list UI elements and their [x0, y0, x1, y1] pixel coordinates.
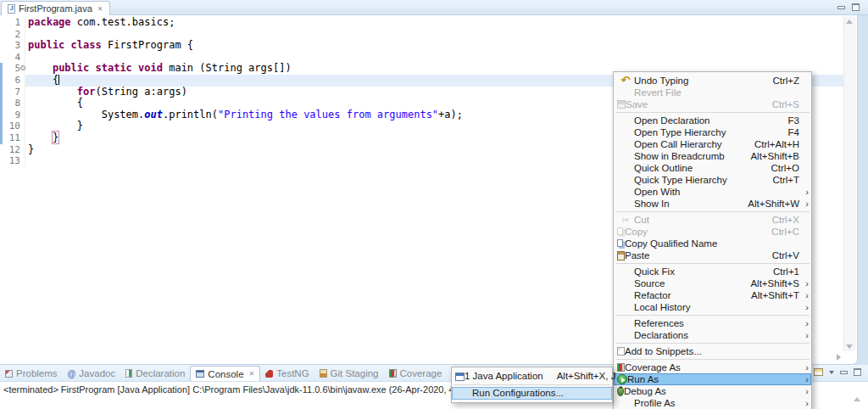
code-line-3[interactable]: 3public class FirstProgram { [0, 40, 843, 52]
code-segment: public static void [53, 62, 163, 74]
save-icon [617, 100, 626, 109]
menu-item-label: Declarations [634, 329, 786, 341]
code-segment: } [28, 143, 34, 155]
menu-item-open-with[interactable]: Open With› [614, 186, 811, 198]
maximize-icon[interactable] [852, 3, 860, 11]
menu-item-run-configurations[interactable]: Run Configurations... [452, 387, 612, 400]
menu-item-paste[interactable]: PasteCtrl+V [614, 249, 811, 261]
code-segment: out [144, 109, 163, 120]
menu-item-show-in-breadcrumb[interactable]: Show in BreadcrumbAlt+Shift+B [614, 150, 811, 162]
line-number: 9 [14, 109, 20, 120]
copy-qualified-icon [617, 239, 623, 247]
tab-console[interactable]: Console✕ [190, 366, 260, 381]
vertical-scrollbar[interactable] [843, 16, 856, 351]
coverage-icon [389, 369, 397, 378]
menu-item-refactor[interactable]: RefactorAlt+Shift+T› [614, 289, 811, 301]
code-segment: .println( [163, 109, 218, 120]
line-number: 12 [9, 144, 20, 155]
run-as-submenu: 1 Java ApplicationAlt+Shift+X, JRun Conf… [451, 367, 613, 403]
debug-icon [617, 387, 624, 396]
menu-item-coverage-as[interactable]: Coverage As› [614, 361, 811, 373]
line-number: 8 [14, 98, 20, 109]
menu-item-label: Paste [625, 249, 759, 261]
menu-item-run-as[interactable]: Run As› [614, 373, 811, 385]
open-console-menu-icon[interactable] [829, 371, 834, 374]
menu-item-shortcut: F4 [788, 126, 799, 138]
scroll-right-icon[interactable] [837, 354, 841, 361]
line-number: 1 [14, 17, 20, 28]
menu-item-shortcut: Ctrl+V [772, 249, 799, 261]
code-segment: public class [28, 39, 102, 51]
menu-item-add-to-snippets[interactable]: Add to Snippets... [614, 345, 811, 357]
coverage-icon [617, 363, 625, 372]
menu-item-local-history[interactable]: Local History› [614, 301, 811, 313]
menu-item-declarations[interactable]: Declarations› [614, 329, 811, 341]
code-text: package com.test.basics; [25, 17, 843, 29]
menu-item-label: Quick Fix [634, 266, 760, 277]
code-line-1[interactable]: 1package com.test.basics; [0, 17, 843, 29]
close-icon[interactable]: ✕ [249, 370, 255, 378]
menu-item-label: Debug As [624, 385, 786, 397]
menu-item-open-type-hierarchy[interactable]: Open Type HierarchyF4 [614, 126, 811, 138]
editor-tab-firstprogram[interactable]: FirstProgram.java ✕ [1, 1, 110, 15]
code-line-4[interactable]: 4 [0, 52, 843, 64]
tab-testng[interactable]: TestNG [260, 366, 314, 381]
menu-item-shortcut: F3 [788, 115, 799, 126]
scroll-up-icon[interactable] [854, 397, 860, 401]
console-status-line: <terminated> FirstProgram [Java Applicat… [3, 384, 498, 395]
paste-icon [617, 251, 625, 261]
code-line-2[interactable]: 2 [0, 29, 843, 41]
menu-item-open-declaration[interactable]: Open DeclarationF3 [614, 115, 811, 126]
menu-item-shortcut: Ctrl+T [772, 174, 799, 186]
menu-item-quick-fix[interactable]: Quick FixCtrl+1 [614, 266, 811, 277]
menu-item-label: Profile As [634, 397, 786, 409]
menu-item-quick-outline[interactable]: Quick OutlineCtrl+O [614, 162, 811, 174]
menu-separator [615, 211, 810, 212]
tab-label: Declaration [136, 368, 185, 378]
code-segment: { [28, 97, 83, 109]
menu-item-1-java-application[interactable]: 1 Java ApplicationAlt+Shift+X, J [452, 370, 612, 383]
menu-item-undo-typing[interactable]: Undo TypingCtrl+Z [614, 75, 811, 87]
close-icon[interactable]: ✕ [97, 5, 103, 13]
line-number-gutter: 2 [0, 29, 25, 41]
menu-item-profile-as[interactable]: Profile As› [614, 397, 811, 409]
submenu-arrow-icon: › [799, 317, 809, 329]
editor-context-menu: Undo TypingCtrl+ZRevert FileSaveCtrl+SOp… [613, 71, 812, 409]
launch-marker-icon[interactable] [20, 65, 25, 70]
tab-declaration[interactable]: Declaration [120, 366, 190, 381]
line-number-gutter: 1 [0, 17, 25, 29]
editor-tab-title: FirstProgram.java [19, 3, 92, 14]
code-segment: +a); [438, 109, 463, 120]
menu-separator [615, 112, 810, 113]
tab-coverage[interactable]: Coverage [384, 366, 448, 381]
tab-problems[interactable]: Problems [0, 366, 63, 381]
menu-separator [615, 359, 810, 360]
menu-item-debug-as[interactable]: Debug As› [614, 385, 811, 397]
menu-item-save: SaveCtrl+S [614, 98, 811, 110]
problems-icon [5, 370, 13, 378]
menu-item-shortcut: Alt+Shift+W [748, 198, 799, 210]
menu-item-references[interactable]: References› [614, 317, 811, 329]
menu-item-source[interactable]: SourceAlt+Shift+S› [614, 277, 811, 289]
menu-item-quick-type-hierarchy[interactable]: Quick Type HierarchyCtrl+T [614, 174, 811, 186]
scroll-up-icon[interactable] [846, 20, 853, 24]
scroll-down-icon[interactable] [846, 345, 853, 349]
menu-item-label: Add to Snippets... [625, 345, 786, 357]
line-number: 3 [14, 40, 20, 51]
menu-item-copy-qualified-name[interactable]: Copy Qualified Name [614, 238, 811, 249]
line-number-gutter: 6 [0, 75, 25, 87]
code-segment [28, 62, 53, 74]
menu-item-label: Source [634, 277, 737, 289]
matched-brace: } [53, 132, 58, 143]
submenu-arrow-icon: › [799, 329, 809, 341]
menu-item-show-in[interactable]: Show InAlt+Shift+W› [614, 198, 811, 210]
submenu-arrow-icon: › [799, 397, 809, 409]
open-console-icon[interactable] [814, 368, 823, 376]
tab-git-staging[interactable]: Git Staging [314, 366, 384, 381]
submenu-arrow-icon: › [799, 198, 809, 210]
maximize-icon[interactable] [854, 368, 861, 376]
menu-item-open-call-hierarchy[interactable]: Open Call HierarchyCtrl+Alt+H [614, 138, 811, 150]
minimize-icon[interactable] [837, 6, 845, 9]
minimize-icon[interactable] [840, 371, 848, 374]
tab-javadoc[interactable]: Javadoc [63, 366, 121, 381]
